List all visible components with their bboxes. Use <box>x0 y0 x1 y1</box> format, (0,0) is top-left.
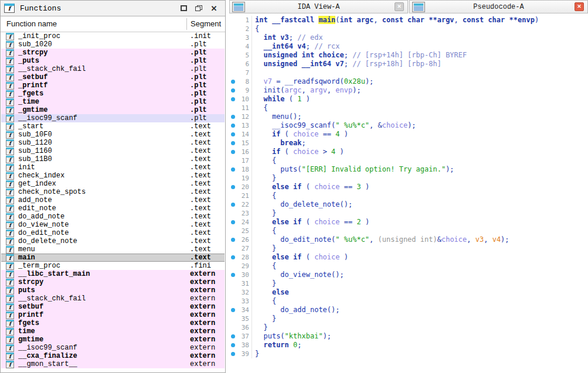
function-row[interactable]: fputsextern <box>1 286 225 295</box>
code-line[interactable]: 3 int v3; // edx <box>229 33 588 42</box>
code-line[interactable]: 20 else if ( choice == 3 ) <box>229 183 588 191</box>
function-row[interactable]: f__gmon_start__extern <box>1 360 225 368</box>
code-line[interactable]: 4 __int64 v4; // rcx <box>229 42 588 51</box>
function-row[interactable]: fcheck_index.text <box>1 172 225 180</box>
code-text: v7 = __readfsqword(0x28u); <box>251 77 373 86</box>
tab-pseudocode-a[interactable]: Pseudocode-A ✕ <box>409 0 588 13</box>
code-line[interactable]: 22 do_delete_note(); <box>229 200 588 209</box>
code-line[interactable]: 24 else if ( choice == 2 ) <box>229 218 588 227</box>
function-row[interactable]: f__isoc99_scanf.plt <box>1 114 225 122</box>
function-row[interactable]: fstrcpyextern <box>1 278 225 286</box>
code-line[interactable]: 14 if ( choice == 4 ) <box>229 130 588 139</box>
function-row[interactable]: fgmtimeextern <box>1 336 225 344</box>
function-row[interactable]: f_start.text <box>1 122 225 131</box>
code-line[interactable]: 32 else <box>229 288 588 297</box>
code-line[interactable]: 34 do_add_note(); <box>229 306 588 314</box>
function-row[interactable]: f__stack_chk_failextern <box>1 295 225 303</box>
code-line[interactable]: 25 { <box>229 227 588 235</box>
code-line[interactable]: 27 } <box>229 244 588 253</box>
line-mark-dot <box>229 112 236 121</box>
code-text: } <box>251 244 276 253</box>
code-line[interactable]: 2{ <box>229 25 588 33</box>
code-line[interactable]: 33 { <box>229 297 588 306</box>
tab-close-icon[interactable]: ✕ <box>395 2 404 11</box>
function-row[interactable]: f__stack_chk_fail.plt <box>1 65 225 73</box>
function-row[interactable]: f_fgets.plt <box>1 90 225 98</box>
code-line[interactable]: 38 return 0; <box>229 341 588 350</box>
code-token: } <box>255 279 276 288</box>
function-row[interactable]: f_setbuf.plt <box>1 73 225 81</box>
code-line[interactable]: 7 <box>229 69 588 77</box>
function-row[interactable]: fsetbufextern <box>1 303 225 311</box>
code-line[interactable]: 26 do_edit_note(" %u%*c", (unsigned int)… <box>229 235 588 244</box>
tab-close-icon[interactable]: ✕ <box>575 2 584 11</box>
function-row[interactable]: f__cxa_finalizeextern <box>1 352 225 360</box>
function-row[interactable]: f__isoc99_scanfextern <box>1 344 225 352</box>
code-line[interactable]: 23 } <box>229 209 588 218</box>
code-line[interactable]: 5 unsigned int choice; // [rsp+14h] [rbp… <box>229 51 588 60</box>
function-row[interactable]: fmain.text <box>1 254 225 262</box>
code-line[interactable]: 12 menu(); <box>229 112 588 121</box>
code-line[interactable]: 36 } <box>229 323 588 332</box>
column-header-segment[interactable]: Segment <box>191 16 221 32</box>
function-row[interactable]: fsub_1160.text <box>1 147 225 155</box>
code-line[interactable]: 11 { <box>229 104 588 112</box>
function-row[interactable]: fdo_delete_note.text <box>1 237 225 245</box>
function-row[interactable]: fdo_view_note.text <box>1 221 225 229</box>
function-row[interactable]: fprintfextern <box>1 311 225 319</box>
code-line[interactable]: 28 else if ( choice ) <box>229 253 588 262</box>
code-line[interactable]: 15 break; <box>229 139 588 148</box>
function-row[interactable]: fedit_note.text <box>1 204 225 213</box>
code-line[interactable]: 17 { <box>229 156 588 165</box>
function-row[interactable]: f_gmtime.plt <box>1 106 225 114</box>
code-line[interactable]: 9 init(argc, argv, envp); <box>229 86 588 95</box>
close-button[interactable]: ✕ <box>206 3 222 13</box>
code-line[interactable]: 10 while ( 1 ) <box>229 95 588 104</box>
function-row[interactable]: f_term_proc.fini <box>1 262 225 270</box>
function-row[interactable]: fcheck_note_spots.text <box>1 188 225 196</box>
column-divider[interactable] <box>186 18 187 30</box>
function-row[interactable]: fsub_1020.plt <box>1 40 225 49</box>
function-row[interactable]: f_strcpy.plt <box>1 49 225 57</box>
function-row[interactable]: ffgetsextern <box>1 319 225 327</box>
function-row[interactable]: fdo_add_note.text <box>1 213 225 221</box>
tab-ida-view-a[interactable]: IDA View-A ✕ <box>229 0 408 13</box>
code-line[interactable]: 39} <box>229 350 588 358</box>
function-name: fgets <box>18 319 39 327</box>
code-token: menu <box>272 112 289 121</box>
function-row[interactable]: fsub_10F0.text <box>1 131 225 139</box>
code-line[interactable]: 6 unsigned __int64 v7; // [rsp+18h] [rbp… <box>229 60 588 69</box>
function-row[interactable]: f_puts.plt <box>1 57 225 65</box>
function-row[interactable]: fsub_1120.text <box>1 139 225 147</box>
code-line[interactable]: 8 v7 = __readfsqword(0x28u); <box>229 77 588 86</box>
functions-titlebar[interactable]: f Functions ✕ <box>1 1 225 16</box>
code-line[interactable]: 35 } <box>229 314 588 323</box>
function-row[interactable]: fmenu.text <box>1 245 225 254</box>
function-row[interactable]: finit.text <box>1 163 225 172</box>
function-row[interactable]: f_time.plt <box>1 98 225 106</box>
maximize-button[interactable] <box>176 3 191 13</box>
code-line[interactable]: 21 { <box>229 191 588 200</box>
code-token: else if <box>272 218 302 226</box>
function-row[interactable]: ftimeextern <box>1 327 225 336</box>
function-row[interactable]: fget_index.text <box>1 180 225 188</box>
function-row[interactable]: fsub_11B0.text <box>1 155 225 163</box>
function-row[interactable]: f__libc_start_mainextern <box>1 270 225 278</box>
pseudocode[interactable]: 1int __fastcall main(int argc, const cha… <box>229 14 588 373</box>
float-button[interactable] <box>191 3 206 13</box>
code-line[interactable]: 13 __isoc99_scanf(" %u%*c", &choice); <box>229 121 588 130</box>
code-line[interactable]: 19 } <box>229 174 588 183</box>
code-line[interactable]: 1int __fastcall main(int argc, const cha… <box>229 16 588 25</box>
column-header-function-name[interactable]: Function name <box>6 16 57 32</box>
function-row[interactable]: fdo_edit_note.text <box>1 229 225 237</box>
code-line[interactable]: 31 } <box>229 279 588 288</box>
function-row[interactable]: f_printf.plt <box>1 81 225 90</box>
code-line[interactable]: 30 do_view_note(); <box>229 271 588 279</box>
code-line[interactable]: 16 if ( choice > 4 ) <box>229 148 588 156</box>
code-line[interactable]: 29 { <box>229 262 588 271</box>
function-row[interactable]: fadd_note.text <box>1 196 225 204</box>
function-row[interactable]: f_init_proc.init <box>1 32 225 40</box>
function-segment: .plt <box>190 114 207 122</box>
code-line[interactable]: 18 puts("[ERR] Invalid option! Try again… <box>229 165 588 174</box>
code-line[interactable]: 37 puts("kthxbai"); <box>229 332 588 341</box>
